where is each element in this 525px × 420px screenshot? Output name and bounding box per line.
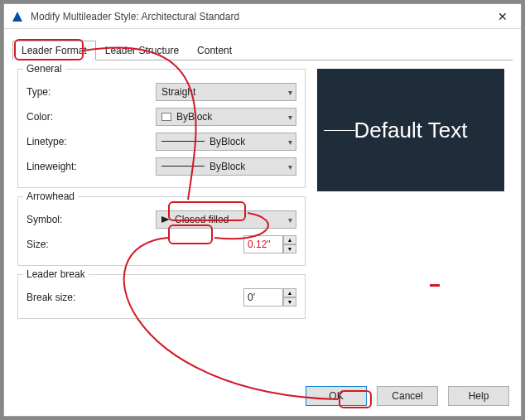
dialog-buttons: OK Cancel Help bbox=[306, 386, 509, 406]
leader-line-icon bbox=[324, 130, 355, 131]
break-spin-up[interactable]: ▲ bbox=[283, 288, 296, 297]
dialog-window: Modify Multileader Style: Architectural … bbox=[3, 3, 522, 417]
annotation-mark bbox=[430, 284, 440, 287]
break-size-label: Break size: bbox=[26, 292, 243, 303]
symbol-value: Closed filled bbox=[175, 214, 229, 225]
svg-marker-0 bbox=[12, 12, 22, 22]
type-value: Straight bbox=[161, 86, 195, 98]
right-column: Default Text bbox=[317, 69, 508, 376]
lineweight-label: Lineweight: bbox=[26, 161, 156, 172]
tab-content[interactable]: Content bbox=[188, 41, 241, 60]
color-swatch-icon bbox=[161, 113, 171, 121]
group-general: General Type: Straight ▾ Color: ByBlock … bbox=[17, 69, 306, 188]
chevron-down-icon: ▾ bbox=[288, 138, 292, 147]
chevron-down-icon: ▾ bbox=[288, 88, 292, 97]
style-preview: Default Text bbox=[317, 69, 504, 191]
group-arrowhead: Arrowhead Symbol: Closed filled ▾ Size: … bbox=[17, 196, 306, 266]
lineweight-combo[interactable]: ByBlock ▾ bbox=[156, 157, 296, 176]
size-spin-up[interactable]: ▲ bbox=[283, 235, 296, 244]
group-leader-break: Leader break Break size: ▲ ▼ bbox=[17, 274, 306, 319]
chevron-down-icon: ▾ bbox=[288, 162, 292, 171]
ok-button[interactable]: OK bbox=[306, 386, 367, 406]
symbol-label: Symbol: bbox=[26, 214, 156, 225]
titlebar: Modify Multileader Style: Architectural … bbox=[4, 4, 521, 29]
group-arrow-title: Arrowhead bbox=[23, 191, 78, 202]
type-combo[interactable]: Straight ▾ bbox=[156, 83, 296, 101]
tab-leader-format[interactable]: Leader Format bbox=[12, 41, 96, 60]
line-preview-icon bbox=[161, 141, 205, 142]
size-spin-down[interactable]: ▼ bbox=[283, 244, 296, 253]
close-icon: ✕ bbox=[498, 10, 508, 23]
group-general-title: General bbox=[23, 63, 65, 75]
linetype-label: Linetype: bbox=[26, 136, 156, 147]
tab-strip: Leader Format Leader Structure Content bbox=[12, 41, 521, 60]
tab-leader-structure[interactable]: Leader Structure bbox=[96, 41, 188, 60]
arrow-icon bbox=[161, 216, 170, 223]
chevron-down-icon: ▾ bbox=[288, 113, 292, 122]
break-size-input[interactable] bbox=[243, 288, 283, 307]
tab-panel: General Type: Straight ▾ Color: ByBlock … bbox=[12, 60, 513, 381]
symbol-combo[interactable]: Closed filled ▾ bbox=[156, 210, 296, 229]
group-break-title: Leader break bbox=[23, 268, 89, 280]
break-size-spinner: ▲ ▼ bbox=[243, 288, 296, 307]
app-icon bbox=[11, 9, 26, 24]
lineweight-value: ByBlock bbox=[210, 161, 245, 172]
help-button[interactable]: Help bbox=[448, 386, 509, 406]
size-spinner: ▲ ▼ bbox=[243, 235, 296, 253]
preview-text: Default Text bbox=[354, 118, 468, 143]
size-input[interactable] bbox=[243, 235, 283, 253]
chevron-down-icon: ▾ bbox=[288, 215, 292, 224]
left-column: General Type: Straight ▾ Color: ByBlock … bbox=[17, 69, 306, 376]
window-title: Modify Multileader Style: Architectural … bbox=[31, 11, 484, 22]
cancel-button[interactable]: Cancel bbox=[377, 386, 438, 406]
linetype-value: ByBlock bbox=[210, 136, 245, 147]
color-value: ByBlock bbox=[176, 111, 212, 123]
line-preview-icon bbox=[161, 166, 205, 167]
color-label: Color: bbox=[26, 111, 156, 123]
linetype-combo[interactable]: ByBlock ▾ bbox=[156, 133, 296, 151]
type-label: Type: bbox=[26, 86, 156, 98]
close-button[interactable]: ✕ bbox=[484, 4, 521, 29]
size-label: Size: bbox=[26, 239, 243, 250]
break-spin-down[interactable]: ▼ bbox=[283, 297, 296, 307]
color-combo[interactable]: ByBlock ▾ bbox=[156, 108, 296, 126]
